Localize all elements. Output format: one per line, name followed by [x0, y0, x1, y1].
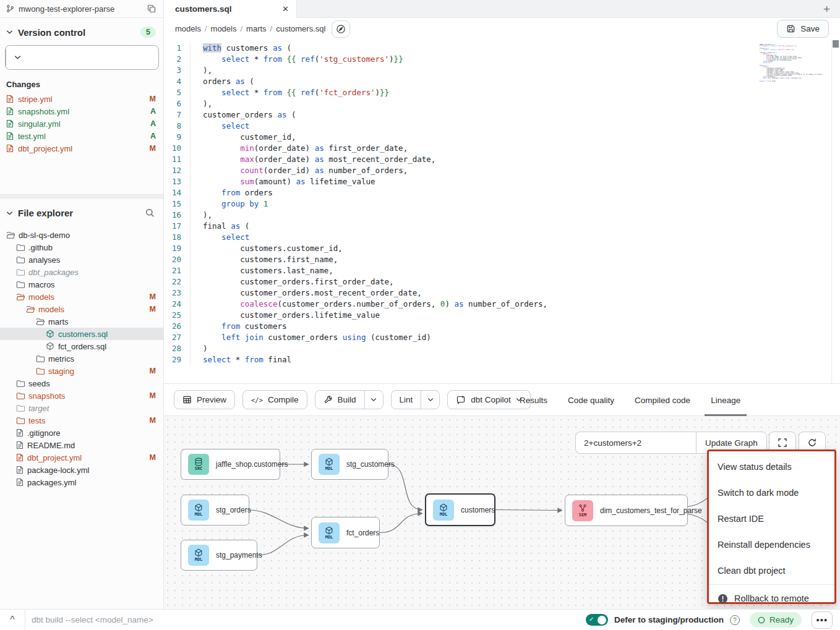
tab-lineage[interactable]: Lineage [711, 384, 740, 416]
code-editor[interactable]: 1with customers as (2 select * from {{ r… [164, 40, 840, 383]
tree-item-dbt_project.yml[interactable]: dbt_project.ymlM [0, 451, 163, 464]
code-line-24[interactable]: 24 coalesce(customer_orders.number_of_or… [164, 299, 840, 310]
code-line-1[interactable]: 1with customers as ( [164, 43, 840, 54]
code-line-16[interactable]: 16), [164, 210, 840, 221]
code-line-27[interactable]: 27 left join customer_orders using (cust… [164, 332, 840, 343]
code-line-21[interactable]: 21 customers.last_name, [164, 265, 840, 276]
code-line-13[interactable]: 13 sum(amount) as lifetime_value [164, 176, 840, 187]
code-line-17[interactable]: 17final as ( [164, 221, 840, 232]
build-options-chevron[interactable] [364, 391, 383, 409]
tree-item-customers.sql[interactable]: customers.sql [0, 328, 163, 340]
graph-node-jaffle_shop.customers[interactable]: SRC jaffle_shop.customers [181, 449, 280, 480]
tree-item-models[interactable]: modelsM [0, 291, 163, 303]
code-line-18[interactable]: 18 select [164, 232, 840, 243]
tab-code-quality[interactable]: Code quality [568, 384, 614, 416]
menu-item-switch-to-dark-mode[interactable]: Switch to dark mode [709, 480, 834, 506]
tab-customers-sql[interactable]: customers.sql ✕ [164, 0, 297, 18]
build-button[interactable]: Build [315, 391, 364, 409]
tree-item-seeds[interactable]: seeds [0, 377, 163, 389]
code-line-26[interactable]: 26 from customers [164, 321, 840, 332]
code-line-10[interactable]: 10 min(order_date) as first_order_date, [164, 143, 840, 154]
changed-file-dbt_project.yml[interactable]: dbt_project.yml M [0, 142, 163, 155]
code-line-15[interactable]: 15 group by 1 [164, 198, 840, 210]
tree-item-.gitignore[interactable]: .gitignore [0, 427, 163, 439]
editor-minimap[interactable]: 1with customers as (2 select * from {{ r… [760, 45, 797, 82]
graph-node-stg_customers[interactable]: MDL stg_customers [311, 449, 388, 480]
new-tab-button[interactable]: + [823, 0, 830, 18]
preview-button[interactable]: Preview [174, 390, 235, 409]
tree-item-target[interactable]: target [0, 402, 163, 414]
code-line-23[interactable]: 23 customer_orders.most_recent_order_dat… [164, 287, 840, 299]
code-line-7[interactable]: 7customer_orders as ( [164, 109, 840, 121]
changed-file-stripe.yml[interactable]: stripe.yml M [0, 93, 163, 105]
code-line-22[interactable]: 22 customer_orders.first_order_date, [164, 276, 840, 287]
commit-and-sync-button[interactable]: Commit and sync [5, 45, 159, 70]
graph-node-fct_orders[interactable]: MDL fct_orders [311, 517, 380, 548]
menu-item-clean-dbt-project[interactable]: Clean dbt project [709, 558, 834, 584]
breadcrumb-segment[interactable]: models [175, 24, 201, 33]
tree-item-dbt_packages[interactable]: dbt_packages [0, 266, 163, 278]
code-line-8[interactable]: 8 select [164, 121, 840, 132]
changed-file-test.yml[interactable]: test.yml A [0, 130, 163, 142]
command-input[interactable]: dbt build --select <model_name> [25, 610, 586, 630]
graph-node-stg_payments[interactable]: MDL stg_payments [181, 540, 257, 571]
code-line-9[interactable]: 9 customer_id, [164, 132, 840, 143]
menu-item-restart-ide[interactable]: Restart IDE [709, 506, 834, 532]
code-line-6[interactable]: 6), [164, 98, 840, 109]
code-line-28[interactable]: 28) [164, 343, 840, 354]
tree-item-macros[interactable]: macros [0, 278, 163, 291]
commit-options-chevron[interactable] [6, 46, 29, 69]
version-control-header[interactable]: Version control 5 [0, 18, 163, 44]
tree-item-package-lock.yml[interactable]: package-lock.yml [0, 464, 163, 476]
graph-node-dim_customers_test_for_parse[interactable]: SEM dim_customers_test_for_parse [565, 495, 688, 526]
code-line-12[interactable]: 12 count(order_id) as number_of_orders, [164, 165, 840, 176]
code-line-4[interactable]: 4orders as ( [164, 76, 840, 87]
code-line-3[interactable]: 3), [164, 65, 840, 76]
code-line-20[interactable]: 20 customers.first_name, [164, 254, 840, 265]
editor-scrollbar-thumb[interactable] [833, 40, 839, 48]
code-line-5[interactable]: 5 select * from {{ ref('fct_orders')}} [164, 87, 840, 98]
menu-item-reinstall-dependencies[interactable]: Reinstall dependencies [709, 532, 834, 558]
code-line-25[interactable]: 25 customer_orders.lifetime_value [164, 310, 840, 321]
search-icon[interactable] [144, 207, 156, 219]
tree-item-models[interactable]: modelsM [0, 303, 163, 315]
lineage-selector-input[interactable]: 2+customers+2 [575, 432, 696, 454]
tree-item-staging[interactable]: stagingM [0, 365, 163, 377]
file-explorer-header[interactable]: File explorer [0, 198, 163, 225]
copy-branch-icon[interactable] [146, 3, 157, 14]
code-line-11[interactable]: 11 max(order_date) as most_recent_order_… [164, 154, 840, 165]
breadcrumb-segment[interactable]: customers.sql [276, 24, 325, 33]
changed-file-singular.yml[interactable]: singular.yml A [0, 117, 163, 130]
tree-item-snapshots[interactable]: snapshotsM [0, 389, 163, 402]
tree-item-README.md[interactable]: README.md [0, 439, 163, 451]
file-actions-compass-icon[interactable] [332, 20, 350, 38]
lint-button[interactable]: Lint [392, 391, 421, 409]
tab-compiled-code[interactable]: Compiled code [635, 384, 690, 416]
compile-button[interactable]: </> Compile [242, 390, 307, 409]
tree-item-db-sl-qs-demo[interactable]: db-sl-qs-demo [0, 229, 163, 241]
tree-item-metrics[interactable]: metrics [0, 352, 163, 365]
dbt-copilot-button[interactable]: dbt Copilot [447, 390, 531, 409]
defer-toggle[interactable]: ✓ [586, 614, 608, 626]
menu-item-view-status-details[interactable]: View status details [709, 454, 834, 480]
tree-item-.github[interactable]: .github [0, 241, 163, 253]
tree-item-marts[interactable]: marts [0, 315, 163, 328]
editor-scrollbar[interactable] [831, 40, 840, 383]
lint-options-chevron[interactable] [421, 391, 439, 409]
tab-results[interactable]: Results [520, 384, 547, 416]
tree-item-analyses[interactable]: analyses [0, 253, 163, 266]
graph-node-customers[interactable]: MDL customers [425, 493, 495, 526]
tree-item-tests[interactable]: testsM [0, 414, 163, 427]
breadcrumb-segment[interactable]: models [211, 24, 237, 33]
save-button[interactable]: Save [777, 20, 829, 38]
help-icon[interactable]: ? [730, 615, 740, 625]
breadcrumb-segment[interactable]: marts [246, 24, 267, 33]
changed-file-snapshots.yml[interactable]: snapshots.yml A [0, 105, 163, 117]
code-line-19[interactable]: 19 customers.customer_id, [164, 243, 840, 254]
tree-item-packages.yml[interactable]: packages.yml [0, 476, 163, 488]
code-line-2[interactable]: 2 select * from {{ ref('stg_customers')}… [164, 54, 840, 65]
more-options-button[interactable]: ••• [812, 611, 833, 629]
graph-node-stg_orders[interactable]: MDL stg_orders [181, 495, 249, 526]
menu-item-rollback-to-remote[interactable]: Rollback to remote [709, 585, 834, 609]
code-line-29[interactable]: 29select * from final [164, 354, 840, 365]
